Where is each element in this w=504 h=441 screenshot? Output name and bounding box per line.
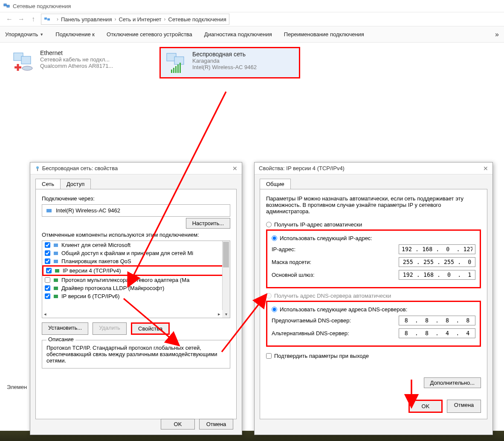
toolbar-more[interactable]: » [495, 31, 499, 38]
breadcrumb-item[interactable]: Панель управления [61, 16, 112, 23]
component-row[interactable]: IP версии 6 (TCP/IPv6) [42, 292, 230, 300]
configure-button[interactable]: Настроить... [186, 218, 230, 229]
back-button[interactable]: ← [3, 13, 15, 25]
radio-input[interactable] [272, 307, 277, 312]
toolbar-connect[interactable]: Подключение к [55, 31, 95, 38]
tabs: Сеть Доступ [35, 179, 242, 189]
ok-button[interactable]: OK [408, 400, 443, 413]
component-row-ipv4[interactable]: IP версии 4 (TCP/IPv4) [42, 265, 230, 276]
confirm-on-exit[interactable]: Подтвердить параметры при выходе [266, 353, 481, 359]
radio-auto-ip[interactable]: Получить IP-адрес автоматически [266, 221, 481, 228]
svg-rect-24 [54, 287, 58, 290]
properties-button[interactable]: Свойства [131, 322, 170, 335]
navbar: ← → ↑ › Панель управления › Сеть и Интер… [0, 12, 504, 26]
component-row[interactable]: Общий доступ к файлам и принтерам для се… [42, 249, 230, 257]
radio-label: Получить адрес DNS-сервера автоматически [274, 293, 391, 299]
components-list[interactable]: Клиент для сетей Microsoft Общий доступ … [42, 241, 230, 318]
radio-label: Использовать следующие адреса DNS-сервер… [280, 306, 407, 313]
adapter-name: Intel(R) Wireless-AC 9462 [56, 207, 120, 214]
svg-rect-18 [46, 209, 52, 212]
dialog-adapter-properties: Беспроводная сеть: свойства ✕ Сеть Досту… [30, 162, 242, 435]
install-button[interactable]: Установить... [42, 322, 88, 335]
ip-address-input[interactable] [399, 244, 475, 254]
mask-input[interactable] [399, 257, 475, 267]
forward-button[interactable]: → [15, 13, 27, 25]
component-checkbox[interactable] [45, 258, 50, 264]
scroll-down-icon[interactable]: ▾ [222, 310, 230, 318]
component-checkbox[interactable] [45, 285, 50, 291]
dns1-row: Предпочитаемый DNS-сервер: [272, 316, 475, 325]
button-strip: Установить... Удалить Свойства [42, 322, 230, 335]
component-row[interactable]: Протокол мультиплексора сетевого адаптер… [42, 276, 230, 284]
close-button[interactable]: ✕ [232, 165, 238, 172]
scroll-right-icon[interactable]: ▸ [218, 311, 220, 317]
component-icon [54, 268, 61, 274]
component-checkbox[interactable] [45, 250, 50, 256]
window-titlebar: Сетевые подключения [0, 0, 504, 12]
dns1-input[interactable] [399, 316, 475, 325]
toolbar-organize[interactable]: Упорядочить ▼ [5, 31, 43, 38]
svg-rect-10 [174, 57, 184, 64]
radio-auto-dns: Получить адрес DNS-сервера автоматически [266, 293, 481, 299]
svg-rect-20 [54, 252, 58, 255]
svg-rect-13 [175, 66, 177, 73]
status-text: Элемен [7, 384, 27, 390]
component-row[interactable]: Планировщик пакетов QoS [42, 257, 230, 265]
cancel-button[interactable]: Отмена [447, 400, 481, 413]
dialog-titlebar: Свойства: IP версии 4 (TCP/IPv4) ✕ [255, 162, 492, 174]
dialog-title: Беспроводная сеть: свойства [42, 165, 118, 171]
breadcrumb[interactable]: › Панель управления › Сеть и Интернет › … [41, 14, 229, 25]
toolbar-diagnose[interactable]: Диагностика подключения [204, 31, 272, 38]
tab-access[interactable]: Доступ [60, 179, 91, 189]
radio-manual-dns[interactable]: Использовать следующие адреса DNS-сервер… [272, 306, 475, 313]
cancel-button[interactable]: Отмена [199, 419, 233, 429]
component-icon [53, 285, 60, 291]
svg-point-8 [22, 66, 32, 70]
connection-item-ethernet[interactable]: Ethernet Сетевой кабель не подкл... Qual… [9, 47, 149, 76]
ok-button[interactable]: OK [161, 419, 195, 429]
component-row[interactable]: Клиент для сетей Microsoft [42, 241, 230, 249]
gateway-input[interactable] [399, 270, 475, 280]
adapter-field: Intel(R) Wireless-AC 9462 [42, 204, 230, 217]
radio-input[interactable] [266, 222, 272, 227]
connections-area: Ethernet Сетевой кабель не подкл... Qual… [0, 43, 504, 83]
scrollbar[interactable]: ▾ [222, 241, 230, 318]
svg-rect-0 [4, 4, 6, 6]
radio-label: Получить IP-адрес автоматически [274, 221, 362, 228]
component-checkbox[interactable] [45, 277, 50, 283]
breadcrumb-item[interactable]: Сетевые подключения [168, 16, 226, 23]
toolbar-rename[interactable]: Переименование подключения [284, 31, 364, 38]
scrollbar-thumb[interactable] [223, 242, 229, 267]
ip-address-label: IP-адрес: [272, 246, 295, 252]
gateway-label: Основной шлюз: [272, 272, 315, 278]
network-icon [3, 3, 10, 9]
component-checkbox[interactable] [45, 293, 50, 299]
dialog-bottom-buttons: OK Отмена [161, 419, 233, 429]
scroll-left-icon[interactable]: ◂ [44, 311, 46, 317]
component-checkbox[interactable] [45, 242, 50, 248]
ip-address-row: IP-адрес: [272, 244, 475, 254]
advanced-button[interactable]: Дополнительно... [424, 377, 481, 388]
svg-rect-12 [173, 68, 174, 73]
connection-name: Беспроводная сеть [192, 51, 257, 58]
svg-rect-15 [180, 63, 181, 73]
breadcrumb-item[interactable]: Сеть и Интернет [119, 16, 161, 23]
dns2-input[interactable] [399, 328, 475, 338]
connection-item-wifi[interactable]: Беспроводная сеть Karaganda Intel(R) Wir… [159, 47, 300, 78]
close-button[interactable]: ✕ [483, 165, 488, 172]
connection-adapter: Intel(R) Wireless-AC 9462 [192, 64, 257, 70]
radio-manual-ip[interactable]: Использовать следующий IP-адрес: [272, 235, 475, 241]
toolbar-disable[interactable]: Отключение сетевого устройства [107, 31, 192, 38]
component-checkbox[interactable] [46, 268, 52, 273]
tab-general[interactable]: Общие [260, 179, 291, 189]
connection-status: Сетевой кабель не подкл... [40, 56, 113, 63]
radio-input[interactable] [272, 235, 277, 241]
component-row[interactable]: Драйвер протокола LLDP (Майкрософт) [42, 284, 230, 292]
tab-network[interactable]: Сеть [35, 179, 61, 189]
svg-rect-22 [55, 269, 59, 273]
up-button[interactable]: ↑ [27, 13, 39, 25]
confirm-checkbox[interactable] [266, 353, 272, 359]
nic-icon [46, 208, 53, 214]
intro-text: Параметры IP можно назначать автоматичес… [266, 195, 481, 215]
manual-ip-group: Использовать следующий IP-адрес: IP-адре… [266, 229, 481, 288]
